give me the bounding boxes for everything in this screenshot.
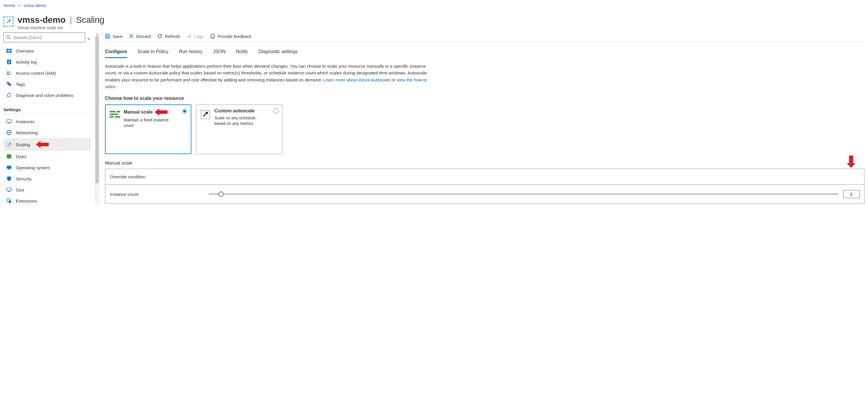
- os-icon: [6, 165, 12, 170]
- logs-label: Logs: [194, 34, 204, 39]
- svg-rect-24: [8, 169, 10, 170]
- refresh-label: Refresh: [165, 34, 180, 39]
- svg-point-36: [211, 34, 215, 38]
- tab-configure[interactable]: Configure: [105, 47, 127, 58]
- tab-run-history[interactable]: Run history: [179, 47, 203, 58]
- svg-point-12: [7, 82, 8, 83]
- svg-rect-14: [9, 92, 9, 94]
- annotation-arrow-scaling: [36, 141, 49, 148]
- feedback-button[interactable]: Provide feedback: [210, 34, 251, 39]
- nav-label: Overview: [16, 49, 34, 53]
- nav-overview[interactable]: Overview: [3, 45, 91, 56]
- discard-button[interactable]: Discard: [129, 34, 151, 39]
- nav-disks[interactable]: Disks: [3, 151, 91, 162]
- nav-tags[interactable]: Tags: [3, 79, 91, 90]
- extensions-icon: [6, 198, 12, 204]
- link-learn-autoscale[interactable]: Learn more about Azure Autoscale: [323, 77, 390, 82]
- override-condition-label: Override condition: [110, 174, 146, 179]
- save-button[interactable]: Save: [105, 34, 123, 39]
- scaling-icon: [6, 142, 12, 147]
- svg-rect-25: [7, 188, 11, 191]
- nav-security[interactable]: Security: [3, 173, 91, 184]
- card-manual-scale[interactable]: Manual scale Maintain a fixed instance c…: [105, 104, 191, 154]
- logs-icon: [187, 34, 192, 38]
- svg-rect-33: [187, 36, 188, 38]
- logs-button: Logs: [187, 34, 204, 39]
- svg-rect-28: [9, 201, 11, 203]
- nav-activity-log[interactable]: Activity log: [3, 56, 91, 67]
- tab-scale-in-policy[interactable]: Scale-In Policy: [138, 47, 168, 58]
- search-icon: [6, 35, 11, 40]
- security-icon: [6, 176, 12, 181]
- intro-period: .: [116, 84, 117, 89]
- discard-icon: [129, 34, 133, 38]
- svg-rect-40: [117, 111, 120, 112]
- save-icon: [105, 34, 110, 39]
- feedback-label: Provide feedback: [218, 34, 251, 39]
- svg-rect-4: [6, 51, 9, 53]
- header-resource-name: vmss-demo: [18, 15, 66, 25]
- nav-access-control[interactable]: Access control (IAM): [3, 67, 91, 79]
- radio-manual-scale[interactable]: [182, 109, 187, 114]
- access-control-icon: [6, 70, 12, 76]
- nav-scrollbar[interactable]: ▲: [94, 32, 100, 204]
- nav-label: Scaling: [16, 142, 30, 147]
- breadcrumb-home[interactable]: Home: [3, 3, 15, 8]
- nav-extensions[interactable]: Extensions: [3, 195, 91, 206]
- tab-bar: Configure Scale-In Policy Run history JS…: [105, 42, 865, 58]
- instance-count-row: Instance count: [105, 184, 864, 204]
- nav-label: Extensions: [16, 199, 37, 204]
- search-input[interactable]: [4, 33, 85, 42]
- nav-label: Size: [16, 187, 24, 192]
- nav-label: Diagnose and solve problems: [16, 93, 73, 98]
- nav-networking[interactable]: Networking: [3, 127, 91, 138]
- svg-point-0: [7, 36, 10, 38]
- discard-label: Discard: [136, 34, 151, 39]
- nav-label: Tags: [16, 82, 25, 87]
- breadcrumb-separator: >: [18, 3, 21, 8]
- svg-rect-5: [9, 51, 12, 53]
- instance-count-slider[interactable]: [209, 193, 839, 195]
- tab-notify[interactable]: Notify: [236, 47, 248, 58]
- card-manual-desc: Maintain a fixed instance count: [124, 117, 170, 128]
- tab-diagnostic-settings[interactable]: Diagnostic settings: [258, 47, 298, 58]
- breadcrumb-resource[interactable]: vmss-demo: [24, 3, 46, 8]
- tab-json[interactable]: JSON: [213, 47, 225, 58]
- disks-icon: [6, 154, 12, 159]
- nav-size[interactable]: Size: [3, 184, 91, 195]
- collapse-menu-button[interactable]: «: [88, 36, 90, 41]
- header-title-separator: |: [70, 15, 72, 25]
- annotation-arrow-manual: [155, 109, 167, 116]
- card-custom-title: Custom autoscale: [214, 108, 261, 114]
- radio-custom-autoscale[interactable]: [273, 108, 279, 114]
- nav-label: Access control (IAM): [16, 71, 56, 76]
- instance-count-input[interactable]: [843, 190, 860, 198]
- svg-rect-16: [8, 123, 10, 123]
- page-header: vmss-demo | Scaling Virtual machine scal…: [3, 15, 865, 30]
- slider-thumb[interactable]: [218, 191, 224, 197]
- custom-autoscale-icon: [200, 110, 211, 119]
- feedback-icon: [210, 34, 215, 39]
- manual-scale-heading: Manual scale: [105, 160, 865, 166]
- nav-operating-system[interactable]: Operating system: [3, 162, 91, 173]
- header-page-name: Scaling: [76, 15, 104, 25]
- page-title: vmss-demo | Scaling: [18, 15, 104, 25]
- svg-point-10: [7, 71, 9, 73]
- resource-type-icon: [3, 17, 13, 27]
- card-custom-autoscale[interactable]: Custom autoscale Scale on any schedule, …: [196, 104, 282, 154]
- overview-icon: [6, 48, 12, 53]
- resource-menu-search[interactable]: [3, 32, 85, 42]
- nav-scaling[interactable]: Scaling: [3, 138, 91, 151]
- size-icon: [6, 187, 12, 192]
- card-manual-title: Manual scale: [124, 110, 153, 115]
- nav-label: Instances: [16, 119, 34, 124]
- refresh-button[interactable]: Refresh: [157, 34, 180, 39]
- override-condition-row: Override condition: [105, 169, 864, 184]
- manual-scale-panel: Override condition Instance count: [105, 169, 865, 204]
- nav-instances[interactable]: Instances: [3, 116, 91, 127]
- header-resource-type: Virtual machine scale set: [18, 25, 104, 30]
- diagnose-icon: [6, 92, 12, 98]
- scale-mode-cards: Manual scale Maintain a fixed instance c…: [105, 104, 865, 154]
- nav-diagnose[interactable]: Diagnose and solve problems: [3, 90, 91, 101]
- activity-log-icon: [6, 59, 12, 64]
